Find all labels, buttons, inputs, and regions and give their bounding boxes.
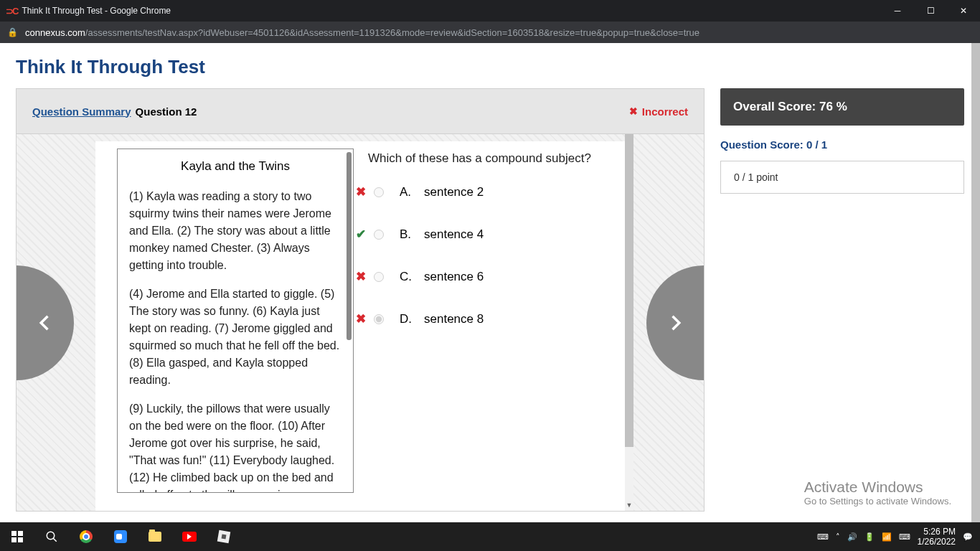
start-button[interactable] (0, 522, 34, 551)
passage-para-1: (1) Kayla was reading a story to two squ… (129, 188, 341, 274)
tray-keyboard-icon[interactable]: ⌨ (817, 532, 829, 542)
question-score-label: Question Score: 0 / 1 (720, 138, 964, 151)
x-icon: ✖ (355, 184, 367, 199)
address-bar: 🔒 connexus.com/assessments/testNav.aspx?… (0, 22, 980, 43)
question-summary-link[interactable]: Question Summary (32, 105, 131, 118)
taskbar: ⌨ ˄ 🔊 🔋 📶 ⌨ 5:26 PM 1/26/2022 💬 (0, 522, 980, 551)
clock-date: 1/26/2022 (918, 537, 956, 547)
maximize-button[interactable]: ☐ (914, 0, 947, 22)
answer-radio[interactable] (374, 314, 384, 324)
question-number: Question 12 (136, 105, 197, 118)
main-column: Question Summary Question 12 ✖ Incorrect (16, 88, 705, 512)
x-icon: ✖ (355, 269, 367, 284)
answer-option[interactable]: ✖A.sentence 2 (355, 184, 611, 199)
answer-letter: D. (400, 312, 417, 326)
question-prompt: Which of these has a compound subject? (368, 151, 611, 166)
question-body: Kayla and the Twins (1) Kayla was readin… (16, 134, 705, 512)
explorer-taskbar-icon[interactable] (138, 522, 172, 551)
answer-option[interactable]: ✔B.sentence 4 (355, 227, 611, 242)
clock-time: 5:26 PM (918, 527, 956, 537)
question-body-scrollbar[interactable]: ▼ (625, 134, 633, 511)
tray-volume-icon[interactable]: 🔊 (847, 532, 857, 542)
answer-letter: B. (400, 227, 417, 242)
answer-radio[interactable] (374, 187, 384, 197)
answer-text: sentence 2 (424, 185, 484, 199)
answer-text: sentence 8 (424, 312, 484, 326)
answers-panel: Which of these has a compound subject? ✖… (354, 141, 625, 511)
prev-question-button[interactable] (17, 265, 74, 380)
score-sidebar: Overall Score: 76 % Question Score: 0 / … (720, 88, 964, 512)
scrollbar-thumb[interactable] (625, 134, 633, 447)
page-title: Think It Through Test (16, 56, 964, 78)
window-titlebar: ⊃C Think It Through Test - Google Chrome… (0, 0, 980, 22)
svg-point-4 (47, 532, 55, 540)
tray-wifi-icon[interactable]: 📶 (882, 532, 892, 542)
status-badge: ✖ Incorrect (629, 105, 688, 118)
answer-radio[interactable] (374, 272, 384, 282)
overall-score: Overall Score: 76 % (720, 88, 964, 126)
app-favicon: ⊃C (6, 6, 17, 17)
status-text: Incorrect (642, 105, 688, 118)
tray-battery-icon[interactable]: 🔋 (864, 532, 875, 542)
answer-radio[interactable] (374, 230, 384, 240)
url-display[interactable]: connexus.com/assessments/testNav.aspx?id… (25, 27, 699, 38)
scroll-down-icon[interactable]: ▼ (625, 499, 633, 511)
points-box: 0 / 1 point (720, 161, 964, 194)
chrome-taskbar-icon[interactable] (69, 522, 103, 551)
notifications-icon[interactable]: 💬 (963, 532, 973, 542)
lock-icon: 🔒 (7, 27, 18, 37)
answer-text: sentence 4 (424, 227, 484, 242)
x-icon: ✖ (355, 311, 367, 326)
answer-option[interactable]: ✖C.sentence 6 (355, 269, 611, 284)
svg-line-5 (53, 538, 57, 542)
passage-scrollbar[interactable] (347, 152, 352, 340)
answer-text: sentence 6 (424, 270, 484, 284)
page-viewport: Think It Through Test Question Summary Q… (0, 43, 971, 522)
incorrect-icon: ✖ (629, 105, 638, 117)
check-icon: ✔ (355, 227, 367, 242)
roblox-taskbar-icon[interactable] (207, 522, 241, 551)
answer-letter: A. (400, 185, 417, 199)
tray-keyboard2-icon[interactable]: ⌨ (899, 532, 910, 542)
youtube-taskbar-icon[interactable] (172, 522, 207, 551)
passage-para-3: (9) Luckily, the pillows that were usual… (129, 400, 341, 493)
page-scrollbar[interactable] (971, 43, 980, 522)
question-header: Question Summary Question 12 ✖ Incorrect (16, 88, 705, 134)
answer-letter: C. (400, 270, 417, 284)
svg-rect-2 (11, 537, 17, 542)
answer-option[interactable]: ✖D.sentence 8 (355, 311, 611, 326)
close-button[interactable]: ✕ (947, 0, 980, 22)
svg-rect-1 (18, 531, 23, 536)
minimize-button[interactable]: ─ (881, 0, 914, 22)
url-path: /assessments/testNav.aspx?idWebuser=4501… (85, 27, 699, 38)
window-controls: ─ ☐ ✕ (881, 0, 980, 22)
passage-title: Kayla and the Twins (129, 159, 341, 174)
passage-panel: Kayla and the Twins (1) Kayla was readin… (117, 149, 354, 493)
tray-chevron-icon[interactable]: ˄ (836, 532, 840, 542)
zoom-taskbar-icon[interactable] (103, 522, 138, 551)
system-tray[interactable]: ⌨ ˄ 🔊 🔋 📶 ⌨ 5:26 PM 1/26/2022 💬 (817, 527, 980, 547)
passage-para-2: (4) Jerome and Ella started to giggle. (… (129, 286, 341, 389)
next-question-button[interactable] (646, 265, 704, 380)
search-button[interactable] (34, 522, 69, 551)
svg-rect-0 (11, 531, 17, 536)
svg-rect-3 (18, 537, 23, 542)
taskbar-clock[interactable]: 5:26 PM 1/26/2022 (918, 527, 956, 547)
url-host: connexus.com (25, 27, 85, 38)
window-title: Think It Through Test - Google Chrome (22, 6, 171, 16)
